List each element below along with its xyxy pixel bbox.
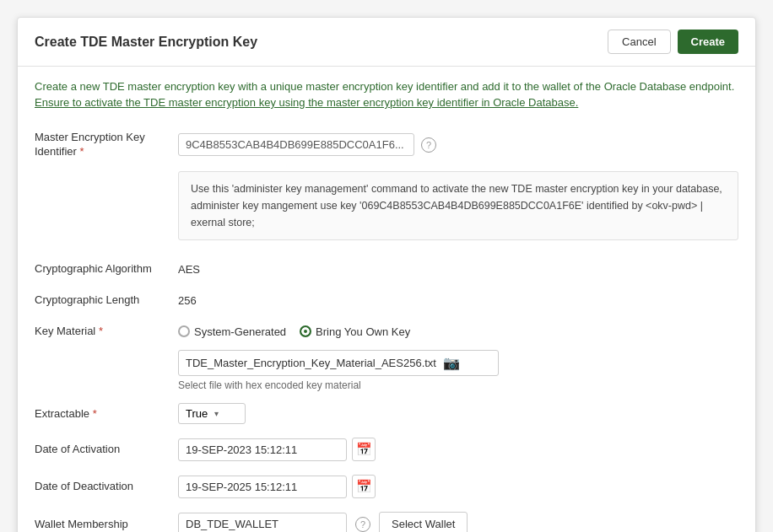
master-key-input[interactable]	[178, 133, 414, 156]
activation-date-row: 📅	[178, 438, 376, 461]
command-box-cell: Use this 'administer key management' com…	[178, 168, 738, 254]
file-row[interactable]: TDE_Master_Encryption_Key_Material_AES25…	[178, 350, 499, 376]
deactivation-date-input[interactable]	[178, 476, 347, 498]
create-tde-dialog: Create TDE Master Encryption Key Cancel …	[17, 17, 756, 532]
header-buttons: Cancel Create	[608, 30, 738, 54]
create-button[interactable]: Create	[678, 30, 738, 54]
extractable-value: True	[186, 407, 208, 420]
crypto-length-label: Cryptographic Length	[35, 285, 178, 316]
file-upload-icon[interactable]: 📷	[443, 355, 460, 371]
extractable-select[interactable]: True ▾	[178, 403, 246, 424]
wallet-help-icon[interactable]: ?	[355, 517, 370, 532]
radio-group: System-Generated Bring You Own Key	[178, 325, 410, 338]
info-line1: Create a new TDE master encryption key w…	[35, 80, 738, 93]
file-name-text: TDE_Master_Encryption_Key_Material_AES25…	[186, 357, 436, 369]
master-key-help-icon[interactable]: ?	[421, 137, 436, 153]
extractable-label: Extractable *	[35, 399, 178, 430]
deactivation-date-row: 📅	[178, 475, 376, 498]
key-material-label: Key Material *	[35, 316, 178, 347]
select-wallet-button[interactable]: Select Wallet	[379, 512, 468, 532]
activation-calendar-icon[interactable]: 📅	[352, 438, 376, 461]
form-grid: Master Encryption Key Identifier * ? Use…	[35, 122, 738, 532]
wallet-row: ? Select Wallet	[178, 512, 468, 532]
crypto-length-value: 256	[178, 294, 197, 307]
extractable-chevron-icon: ▾	[214, 409, 219, 418]
extractable-value-cell: True ▾	[178, 396, 738, 431]
dialog-title: Create TDE Master Encryption Key	[35, 35, 257, 50]
radio-bring-circle	[300, 325, 311, 337]
crypto-length-value-cell: 256	[178, 287, 738, 314]
activation-date-input[interactable]	[178, 438, 347, 461]
dialog-body: Create a new TDE master encryption key w…	[18, 67, 755, 532]
file-hint: Select file with hex encoded key materia…	[178, 379, 738, 391]
required-indicator: *	[80, 145, 84, 158]
master-key-value-cell: ?	[178, 126, 738, 163]
crypto-algo-value: AES	[178, 263, 200, 276]
command-box: Use this 'administer key management' com…	[178, 171, 738, 240]
info-line2[interactable]: Ensure to activate the TDE master encryp…	[35, 96, 738, 109]
wallet-label: Wallet Membership	[35, 509, 178, 533]
key-material-required: *	[99, 325, 103, 337]
deactivation-calendar-icon[interactable]: 📅	[352, 475, 376, 498]
extractable-required: *	[93, 407, 97, 420]
key-material-value-cell: System-Generated Bring You Own Key	[178, 319, 738, 345]
info-block: Create a new TDE master encryption key w…	[35, 80, 738, 109]
wallet-value-cell: ? Select Wallet	[178, 505, 738, 532]
deactivation-value-cell: 📅	[178, 468, 738, 505]
radio-bring-own-key[interactable]: Bring You Own Key	[300, 325, 410, 338]
deactivation-label: Date of Deactivation	[35, 471, 178, 502]
dialog-header: Create TDE Master Encryption Key Cancel …	[18, 18, 755, 67]
radio-system-generated[interactable]: System-Generated	[178, 325, 286, 338]
crypto-algo-value-cell: AES	[178, 256, 738, 282]
radio-system-circle	[178, 325, 190, 337]
file-row-cell: TDE_Master_Encryption_Key_Material_AES25…	[178, 347, 738, 391]
crypto-algo-label: Cryptographic Algorithm	[35, 254, 178, 285]
activation-value-cell: 📅	[178, 431, 738, 468]
master-key-label: Master Encryption Key Identifier *	[35, 122, 178, 168]
wallet-input[interactable]	[178, 513, 347, 532]
activation-label: Date of Activation	[35, 434, 178, 465]
cancel-button[interactable]: Cancel	[608, 30, 670, 54]
